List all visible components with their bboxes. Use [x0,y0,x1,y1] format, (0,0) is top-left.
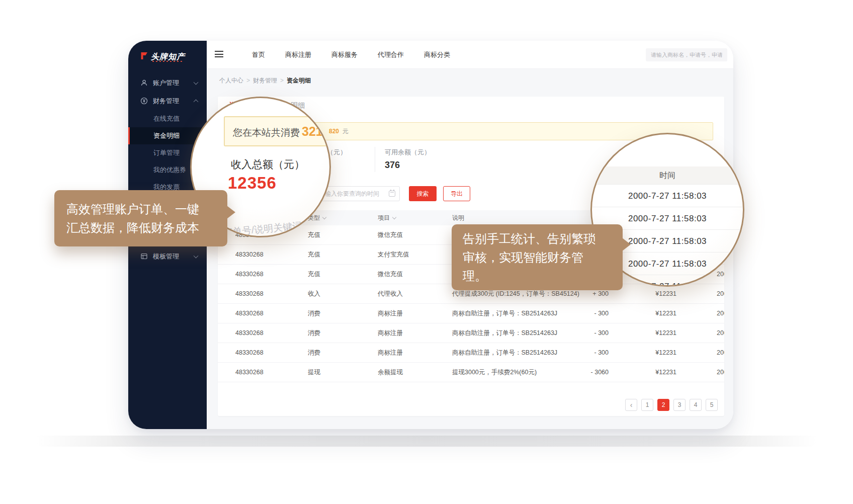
laptop-base [35,436,818,447]
cell-type: 充值 [308,250,378,259]
tooltip-line: 高效管理账户订单、一键 [66,200,215,218]
tooltip-line: 审核，实现智能财务管 [463,248,612,267]
table-row: 48330268消费商标注册商标自助注册，订单号：SB2514263J- 300… [218,343,724,363]
table-row: 48330268消费商标注册商标自助注册，订单号：SB2514263J- 300… [218,304,724,323]
nav-item-商标注册[interactable]: 商标注册 [285,50,311,59]
cell-time: 2000-7-27 11:58:03 [676,329,724,337]
pagination-page-3[interactable]: 3 [673,399,686,411]
nav-item-商标分类[interactable]: 商标分类 [424,50,450,59]
cell-type: 充值 [308,231,378,239]
search-button[interactable]: 搜索 [409,186,437,201]
cell-time: 2000-7-27 11:58:03 [676,369,724,376]
sidebar-item-label: 订单管理 [153,149,180,156]
sidebar-item-label: 在线充值 [153,115,180,122]
sidebar-item-财务管理[interactable]: 财务管理 [128,92,207,110]
cell-project: 微信充值 [378,231,452,239]
sidebar-item-账户管理[interactable]: 账户管理 [128,74,207,92]
cell-type: 消费 [308,309,378,318]
sort-caret-icon [322,215,326,219]
nav-item-代理合作[interactable]: 代理合作 [378,50,404,59]
hamburger-icon[interactable] [215,51,223,57]
sidebar-item-label: 财务管理 [153,97,179,105]
sidebar-item-label: 模板管理 [153,253,179,260]
chevron-down-icon [194,80,199,85]
breadcrumb-part-财务管理[interactable]: 财务管理 [253,77,277,84]
column-header-类型[interactable]: 类型 [308,214,378,222]
tooltip-right: 告别手工统计、告别繁琐审核，实现智能财务管理。 [452,224,623,290]
tooltip-left: 高效管理账户订单、一键汇总数据，降低财务成本 [54,190,227,246]
cell-order-number: 48330268 [235,349,308,356]
sort-caret-icon [392,215,396,219]
cell-time: 2000-7-27 11:58:03 [676,290,724,297]
column-header-说明: 说明 [452,214,586,222]
breadcrumb-part-个人中心[interactable]: 个人中心 [219,77,243,84]
lens-banner-prefix: 您在本站共消费 [233,127,300,138]
cell-project: 商标注册 [378,349,452,357]
cell-type: 消费 [308,349,378,357]
nav-item-商标服务[interactable]: 商标服务 [331,50,358,59]
sidebar-item-在线充值[interactable]: 在线充值 [128,110,207,127]
pagination-page-1[interactable]: 1 [641,399,653,411]
finance-icon [140,97,148,105]
trademark-search-input[interactable] [646,48,727,61]
cell-amount: - 300 [586,310,609,317]
cell-order-number: 48330268 [235,271,308,278]
cell-order-number: 48330268 [235,290,308,297]
sidebar-item-label: 账户管理 [153,79,179,87]
lens-time-row: 2000-7-27 11:58:03 [592,185,743,207]
column-header-项目[interactable]: 项目 [378,214,452,222]
cell-amount: - 3060 [586,369,609,376]
topnav: 首页商标注册商标服务代理合作商标分类 [207,41,733,69]
pagination: ‹12345 [625,399,718,411]
cell-balance: ¥12231 [609,369,676,376]
cell-time: 2000-7-27 11:58:03 [676,310,724,317]
cell-description: 商标自助注册，订单号：SB2514263J [452,329,586,338]
tooltip-left-arrow [227,206,235,219]
logo: 头牌知产 [128,41,207,64]
pagination-page-4[interactable]: 4 [690,399,702,411]
template-icon [140,253,148,260]
pagination-prev[interactable]: ‹ [625,399,637,411]
screenshot-stage: 头牌知产 账户管理财务管理在线充值资金明细订单管理我的优惠券我的发票模板管理 首… [0,0,853,504]
stat-balance-value: 376 [385,160,431,171]
sidebar-item-label: 我的发票 [153,183,180,191]
sidebar-item-label: 资金明细 [153,132,180,139]
table-row: 48330268消费商标注册商标自助注册，订单号：SB2514263J- 300… [218,323,724,343]
pagination-page-5[interactable]: 5 [706,399,718,411]
cell-balance: ¥12231 [609,349,676,356]
cell-description: 提现3000元，手续费2%(60元) [452,368,586,377]
cell-time: 2000-7-27 11:58:03 [676,349,724,356]
chevron-down-icon [194,254,199,259]
cell-order-number: 48330268 [235,329,308,337]
chevron-up-icon [194,99,199,104]
cell-amount: + 300 [586,290,609,297]
stat-balance: 可用余额（元） 376 [385,148,431,171]
cell-type: 提现 [308,368,378,377]
cell-type: 收入 [308,290,378,298]
lens-income-label: 收入总额（元） [231,157,305,172]
user-icon [140,79,148,87]
consumption-amount: 820 [329,128,339,135]
breadcrumb-separator: > [280,77,284,84]
lens-time-header: 时间 [592,166,743,185]
cell-description: 代理提成300元 (ID:1245，订单号：SB45124) [452,290,586,298]
cell-amount: - 300 [586,329,609,337]
stat-divider [375,147,375,172]
tooltip-right-arrow [622,238,631,251]
logo-tagline [152,61,184,62]
cell-project: 商标注册 [378,309,452,318]
pagination-page-2[interactable]: 2 [657,399,669,411]
nav-item-首页[interactable]: 首页 [252,50,265,59]
lens-income-value: 12356 [228,174,277,193]
sidebar-item-label: 我的优惠券 [153,166,186,174]
cell-type: 充值 [308,270,378,279]
cell-project: 商标注册 [378,329,452,338]
sidebar-item-模板管理[interactable]: 模板管理 [128,247,207,266]
cell-description: 商标自助注册，订单号：SB2514263J [452,309,586,318]
cell-type: 消费 [308,329,378,338]
stat-balance-label: 可用余额（元） [385,148,431,157]
tooltip-line: 理。 [463,267,612,285]
export-button[interactable]: 导出 [443,186,470,201]
cell-order-number: 48330268 [235,251,308,258]
breadcrumb: 个人中心>财务管理>资金明细 [219,76,311,85]
